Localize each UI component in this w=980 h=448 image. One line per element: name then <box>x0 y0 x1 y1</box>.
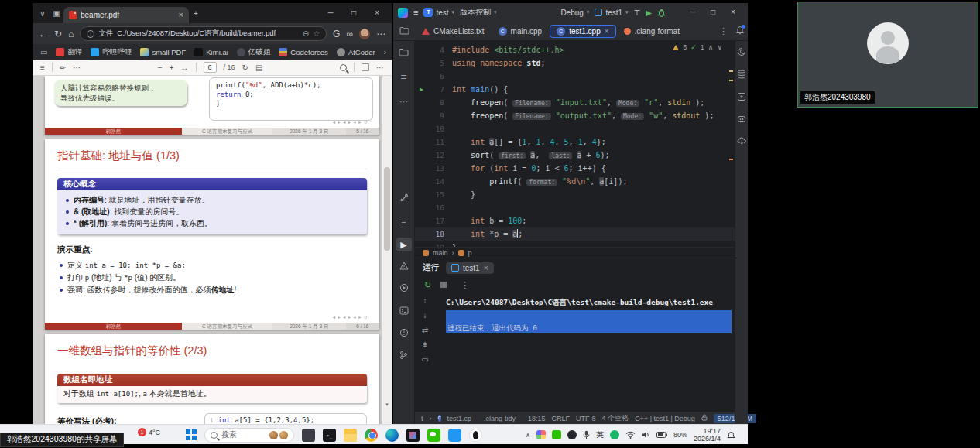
notifications-bell-icon[interactable] <box>732 24 748 38</box>
pdf-scrollbar-thumb[interactable] <box>384 167 390 251</box>
status-caret-position[interactable]: 18:15 <box>528 415 546 422</box>
run-tab-test1[interactable]: test1 × <box>446 262 494 274</box>
taskbar-chrome-icon[interactable] <box>365 429 378 442</box>
zoom-in-icon[interactable]: + <box>170 63 174 72</box>
taskbar-qq-icon[interactable] <box>469 429 482 442</box>
editor-line[interactable]: 15 } <box>415 188 735 201</box>
ide-close-button[interactable]: × <box>723 3 743 22</box>
speaker-icon[interactable] <box>642 431 650 439</box>
editor-line[interactable]: 16 <box>415 201 735 214</box>
project-widget[interactable]: T test▾ <box>423 8 454 17</box>
status-indent[interactable]: 4 个空格 <box>602 413 629 423</box>
run-mode-selector[interactable]: Debug▾ <box>560 9 589 17</box>
stop-icon[interactable] <box>440 282 447 288</box>
taskbar-search-box[interactable]: 搜索 <box>204 428 294 443</box>
clear-console-icon[interactable]: ▭ <box>421 355 428 364</box>
prev-issue-icon[interactable]: ∧ <box>708 43 714 51</box>
refresh-icon[interactable]: ↻ <box>54 29 62 39</box>
editor-line[interactable]: 5using namespace std; <box>415 56 735 70</box>
status-breadcrumb-prefix[interactable]: t <box>421 415 423 422</box>
terminal-tool-icon[interactable] <box>396 305 412 319</box>
tab-clang-format[interactable]: .clang-format <box>618 26 686 37</box>
page-info-icon[interactable]: i <box>87 30 94 38</box>
browser-close-button[interactable]: × <box>365 3 389 23</box>
pdf-search-icon[interactable] <box>340 64 347 71</box>
services-tool-icon[interactable] <box>396 282 412 296</box>
start-button[interactable] <box>186 429 197 440</box>
sidebar-toggle-icon[interactable]: ▭ <box>40 48 47 56</box>
bookmark-item[interactable]: 哔哩哔哩 <box>91 47 132 57</box>
editor-line[interactable]: 14 printf( format: "%d\n", a[i]); <box>415 175 735 188</box>
database-icon[interactable] <box>737 70 746 80</box>
soft-wrap-icon[interactable]: ⇄ <box>422 326 428 334</box>
problems-tool-icon[interactable] <box>396 260 412 274</box>
ide-maximize-button[interactable]: □ <box>703 3 723 22</box>
project-tool-icon[interactable] <box>396 46 412 60</box>
build-tool-icon[interactable] <box>396 193 412 207</box>
chat-robot-icon[interactable] <box>737 115 746 125</box>
status-context[interactable]: C++ | test1 | Debug <box>635 415 695 422</box>
taskbar-widgets-icon[interactable] <box>302 429 315 442</box>
ide-minimize-button[interactable]: ─ <box>683 3 703 22</box>
editor-line[interactable]: 10 <box>415 122 735 135</box>
problems-view-icon[interactable] <box>396 327 412 341</box>
workspaces-icon[interactable]: ▣ <box>50 9 63 18</box>
taskbar-file-explorer-icon[interactable] <box>344 429 357 442</box>
editor-line[interactable]: ▶7int main() { <box>415 83 735 96</box>
browser-more-icon[interactable]: ⋯ <box>376 29 385 39</box>
url-text[interactable]: C:/Users/24087/Desktop/C语言/build/beamer.… <box>117 29 298 39</box>
bookmarks-icon[interactable] <box>737 92 746 103</box>
bookmark-item[interactable]: 翻译 <box>56 47 82 57</box>
split-screen-icon[interactable]: ∞ <box>346 29 353 39</box>
participant-video-tile[interactable]: 郭浩然2024303980 <box>797 2 978 108</box>
status-encoding[interactable]: UTF-8 <box>576 415 596 422</box>
taskbar-weather-widget[interactable]: 1 4°C <box>138 428 160 436</box>
tab-options-icon[interactable]: ⋮ <box>714 26 732 36</box>
tray-qq-icon[interactable] <box>567 430 577 439</box>
browser-extension-g-icon[interactable]: G <box>333 29 340 39</box>
profiler-icon[interactable]: ⊤ <box>634 9 641 17</box>
structure-tool-icon[interactable]: ≣ <box>396 70 412 84</box>
tab-main-cpp[interactable]: C main.cpp <box>492 26 549 37</box>
wifi-icon[interactable] <box>625 431 636 439</box>
address-bar[interactable]: i 文件 C:/Users/24087/Desktop/C语言/build/be… <box>80 26 327 41</box>
editor-line[interactable]: 17 int b = 100; <box>415 214 735 227</box>
bookmark-item[interactable]: 亿破姐 <box>237 47 271 57</box>
rotate-icon[interactable]: ↻ <box>242 63 248 72</box>
editor-line[interactable]: 9 freopen( Filename: "output.txt", Mode:… <box>415 109 735 122</box>
save-icon[interactable] <box>362 63 369 71</box>
taskbar-clion-icon[interactable] <box>406 429 420 442</box>
taskbar-blue-app-icon[interactable] <box>448 429 461 442</box>
taskbar-edge-icon[interactable] <box>385 429 399 442</box>
debug-button[interactable] <box>657 9 666 17</box>
editor-scrollbar[interactable] <box>727 41 735 247</box>
battery-icon[interactable] <box>656 432 667 438</box>
breadcrumb-main[interactable]: main <box>433 249 448 257</box>
taskbar-clock[interactable]: 19:17 2026/1/4 <box>694 427 721 443</box>
run-console[interactable]: C:\Users\24087\Desktop\C语言\test\cmake-bu… <box>435 292 735 411</box>
pdf-more-tools-icon[interactable]: ⋯ <box>73 63 81 72</box>
editor-line[interactable]: 12 sort( first: a, last: a + 6); <box>415 149 735 162</box>
tray-color-app-icon[interactable] <box>536 430 546 439</box>
tab-close-icon[interactable]: × <box>605 27 609 36</box>
bookmark-item[interactable]: Codeforces <box>279 48 328 56</box>
page-view-icon[interactable]: ▤ <box>255 63 262 72</box>
tab-test1-cpp[interactable]: C test1.cpp × <box>550 25 615 38</box>
tray-wechat-icon[interactable] <box>552 430 561 439</box>
bookmark-item[interactable]: AtCoder <box>337 48 375 56</box>
taskbar-wechat-icon[interactable] <box>427 429 440 442</box>
favorite-star-icon[interactable]: ☆ <box>313 29 320 38</box>
tab-close-icon[interactable]: × <box>179 10 183 19</box>
pdf-scrollbar[interactable]: ▾ <box>382 76 392 425</box>
tray-expand-icon[interactable]: ∧ <box>526 432 530 439</box>
zoom-icon[interactable]: ⊖ <box>303 29 309 38</box>
main-menu-icon[interactable]: ≡ <box>413 8 418 17</box>
editor-line[interactable]: 19} <box>415 241 735 247</box>
cloud-download-icon[interactable] <box>737 136 747 146</box>
editor-line[interactable]: 11 int a[] = {1, 1, 4, 5, 1, 4}; <box>415 135 735 149</box>
toc-icon[interactable]: ≡ <box>40 63 45 72</box>
vcs-widget[interactable]: 版本控制▾ <box>460 7 497 18</box>
run-more-icon[interactable]: ⋮ <box>456 280 474 290</box>
next-issue-icon[interactable]: ∨ <box>717 43 722 51</box>
back-icon[interactable]: ← <box>39 29 48 39</box>
